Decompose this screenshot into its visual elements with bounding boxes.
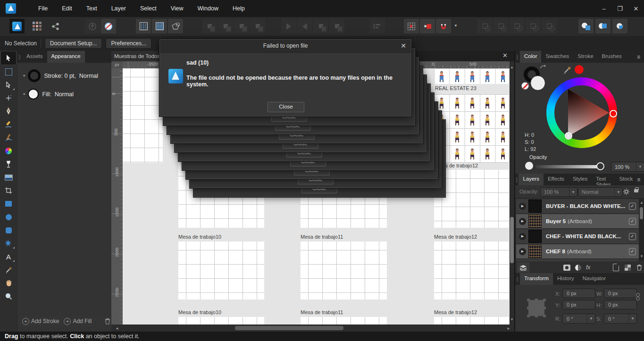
visibility-checkbox[interactable]: ✓: [629, 233, 636, 240]
visibility-checkbox[interactable]: ✓: [629, 248, 636, 255]
artboard[interactable]: [178, 317, 264, 324]
stroke-swatch-icon[interactable]: [28, 69, 41, 82]
x-input[interactable]: 0 px: [562, 289, 595, 298]
fill-row[interactable]: • Fill: Normal: [23, 89, 112, 100]
document-setup-button[interactable]: Document Setup...: [45, 38, 102, 49]
view-tool[interactable]: [1, 276, 16, 290]
show-grid-button[interactable]: [404, 19, 419, 33]
export-persona-icon[interactable]: [48, 19, 63, 33]
gear-icon[interactable]: [623, 188, 630, 195]
tab-stroke[interactable]: Stroke: [573, 51, 597, 63]
persona-designer-button[interactable]: [9, 19, 25, 33]
place-image-tool[interactable]: [1, 171, 16, 184]
layer-effects-icon[interactable]: fx: [586, 264, 590, 271]
layer-row[interactable]: ▶ BUYER - BLACK AND WHITE... ✓: [516, 199, 640, 213]
layers-stack-button[interactable]: [517, 262, 529, 273]
tab-brushes[interactable]: Brushes: [598, 51, 626, 63]
menu-layer[interactable]: Layer: [104, 1, 133, 16]
snap-to-grid-button[interactable]: [136, 19, 151, 33]
layer-row[interactable]: ▶ Buyer 5(Artboard) ✓: [516, 214, 640, 228]
ellipse-tool[interactable]: [1, 210, 16, 224]
insert-inside-button[interactable]: [595, 19, 611, 33]
restore-button[interactable]: ❐: [612, 1, 628, 16]
anchor-selector[interactable]: [528, 300, 544, 316]
hue-selector[interactable]: [610, 110, 617, 117]
artboard-title[interactable]: Mesa de trabajo11: [301, 309, 343, 315]
document-tab[interactable]: Muestras de Todos: [111, 51, 163, 61]
remove-style-button[interactable]: [101, 19, 116, 33]
eyedropper-icon[interactable]: [563, 66, 571, 74]
opacity-slider[interactable]: [536, 165, 601, 168]
mask-layer-icon[interactable]: [563, 265, 570, 271]
adjustment-layer-icon[interactable]: [575, 265, 581, 271]
preferences-button[interactable]: Preferences...: [106, 38, 151, 49]
rounded-rectangle-tool[interactable]: [1, 224, 16, 237]
sl-selector[interactable]: [565, 132, 572, 140]
snapping-button[interactable]: [436, 19, 451, 33]
document-close-icon[interactable]: ✕: [502, 52, 508, 59]
scroll-up-icon[interactable]: ▲: [640, 200, 644, 205]
fill-swatch-icon[interactable]: [28, 89, 39, 100]
artboard-title[interactable]: Mesa de trabajo10: [178, 234, 221, 240]
visibility-checkbox[interactable]: ✓: [629, 203, 636, 210]
new-pixel-layer-icon[interactable]: [625, 265, 631, 271]
vertical-scrollbar[interactable]: ▲ ▼: [510, 61, 514, 324]
scroll-right-icon[interactable]: ►: [507, 326, 510, 331]
layer-thumbnail[interactable]: [528, 230, 542, 243]
y-input[interactable]: 0 px: [562, 300, 595, 309]
opacity-input[interactable]: 100 %▼: [611, 162, 644, 172]
tab-transform[interactable]: Transform: [520, 273, 553, 285]
fill-color-well[interactable]: [530, 75, 545, 91]
tab-appearance[interactable]: Appearance: [47, 51, 85, 63]
color-picker-tool[interactable]: [1, 263, 16, 276]
layer-row[interactable]: ▶ CHEF - WHITE AND BLACK... ✓: [516, 229, 640, 243]
minimize-button[interactable]: –: [596, 1, 612, 16]
link-dimensions-icon[interactable]: [636, 293, 639, 300]
force-pixel-alignment-button[interactable]: [420, 19, 435, 33]
panel-grip[interactable]: ║: [515, 273, 520, 285]
tab-history[interactable]: History: [553, 273, 578, 285]
artboard-title[interactable]: REAL ESTATE 23: [435, 85, 477, 91]
tab-stock[interactable]: Stock: [615, 174, 637, 185]
snapping-options-caret[interactable]: ▼: [454, 24, 458, 28]
color-wheel[interactable]: [546, 77, 617, 148]
close-button[interactable]: ✕: [628, 1, 644, 16]
menu-help[interactable]: Help: [226, 1, 252, 16]
expand-icon[interactable]: ▶: [519, 203, 526, 210]
tab-styles[interactable]: Styles: [569, 174, 592, 185]
panel-grip[interactable]: ║: [515, 174, 519, 185]
point-transform-tool[interactable]: [1, 91, 16, 105]
opacity-swatch[interactable]: [525, 162, 533, 170]
trash-icon[interactable]: [105, 318, 110, 324]
star-tool[interactable]: [1, 237, 16, 250]
pencil-tool[interactable]: [1, 118, 16, 131]
artboard-title[interactable]: Mesa de trabajo11: [301, 234, 343, 240]
insert-on-top-button[interactable]: [612, 19, 627, 33]
tab-navigator[interactable]: Navigator: [578, 273, 610, 285]
menu-select[interactable]: Select: [133, 1, 164, 16]
insert-behind-button[interactable]: [578, 19, 594, 33]
layer-opacity-dropdown[interactable]: 100 %▼: [540, 187, 577, 197]
artboard[interactable]: [301, 317, 387, 324]
menu-view[interactable]: View: [164, 1, 191, 16]
trash-icon[interactable]: [636, 264, 642, 271]
layers-scroll-thumb[interactable]: [640, 207, 643, 219]
expand-icon[interactable]: ▶: [519, 248, 526, 255]
panel-grip[interactable]: ║: [515, 51, 520, 63]
menu-text[interactable]: Text: [79, 1, 104, 16]
picked-color-swatch[interactable]: [575, 65, 584, 74]
tab-color[interactable]: Color: [520, 51, 541, 63]
artboard[interactable]: [301, 241, 387, 299]
blend-mode-dropdown[interactable]: Normal▼: [578, 187, 623, 197]
horizontal-scrollbar[interactable]: ◄ ►: [111, 324, 514, 332]
rectangle-tool[interactable]: [1, 197, 16, 210]
layer-thumbnail[interactable]: [528, 200, 542, 213]
w-input[interactable]: 0 px: [604, 289, 637, 298]
move-tool[interactable]: [0, 51, 17, 65]
fill-tool[interactable]: [1, 144, 16, 158]
tab-layers[interactable]: Layers: [519, 174, 544, 185]
tab-assets[interactable]: Assets: [22, 51, 47, 63]
add-stroke-button[interactable]: +Add Stroke: [17, 318, 59, 325]
shear-dropdown[interactable]: 0 °▼: [604, 314, 637, 324]
tab-text-styles[interactable]: Text Styles: [592, 174, 615, 185]
